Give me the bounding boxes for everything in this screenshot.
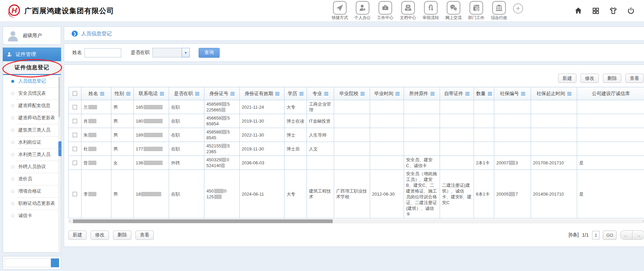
sidebar-scrollbar[interactable] [58,76,60,252]
sidebar-quick-button[interactable] [51,258,59,267]
top-nav-item-5[interactable]: 审批流转 [421,1,441,21]
top-nav-item-1[interactable]: 快捷方式 [330,1,350,21]
scroll-left-icon[interactable]: ‹ [69,219,70,223]
edit-button-bottom[interactable]: 修改 [91,231,109,240]
column-header-3[interactable]: 联系电话 [134,87,169,100]
row-checkbox[interactable] [73,192,77,196]
scrollbar-thumb[interactable] [73,219,333,223]
row-checkbox[interactable] [73,133,77,137]
prev-page-button[interactable]: ← [620,230,632,240]
column-header-7[interactable]: 学历 [284,87,307,100]
column-header-10[interactable]: 毕业时间 [370,87,404,100]
row-checkbox[interactable] [73,147,77,151]
sidebar-collapse-handle[interactable]: ‹ [58,141,61,156]
column-header-5[interactable]: 身份证号 [204,87,240,100]
column-header-14[interactable]: 社保编号 [494,87,531,100]
employment-select[interactable] [152,48,182,57]
new-button[interactable]: 新建 [558,74,576,83]
power-icon[interactable] [627,6,635,15]
paper-plane-icon [333,1,347,15]
top-nav-item-6[interactable]: 网上交流 [444,1,463,21]
column-label: 社保起止时间 [537,91,565,97]
column-menu-icon[interactable] [395,92,400,95]
sidebar-item-6[interactable]: 水利岗位证 [3,136,61,148]
column-header-2[interactable]: 性别 [111,87,134,100]
employment-select-arrow-icon[interactable]: ▼ [182,48,190,57]
sidebar-quick-input[interactable] [5,258,51,267]
column-menu-icon[interactable] [324,92,328,95]
next-page-button[interactable]: → [632,230,644,240]
column-menu-icon[interactable] [231,92,235,95]
sidebar-item-4[interactable]: 建造师动态更新表 [3,112,61,124]
delete-button-bottom[interactable]: 删除 [113,231,131,240]
column-menu-icon[interactable] [299,92,303,95]
new-button-bottom[interactable]: 新建 [68,231,87,240]
column-header-15[interactable]: 社保起止时间 [531,87,577,100]
sidebar-item-11[interactable]: 职称证动态更新表 [3,197,61,210]
column-menu-icon[interactable] [275,92,279,95]
row-checkbox[interactable] [73,161,77,165]
column-header-13[interactable]: 数量 [474,87,494,100]
top-nav-item-2[interactable]: 个人办公 [353,1,372,21]
sidebar-item-7[interactable]: 水利类三类人员 [3,148,61,161]
sidebar-item-1[interactable]: 人员信息登记 [3,75,61,87]
column-header-12[interactable]: 自带证件 [440,87,474,100]
sidebar-group-certificate-management[interactable]: 证件管理 [3,48,61,61]
top-nav-item-8[interactable]: 综合行政 [489,1,509,21]
column-menu-icon[interactable] [126,92,130,95]
column-header-16[interactable]: 公司建设厅诚信库 [577,87,644,100]
column-menu-icon[interactable] [195,92,199,95]
table-panel: 新建 修改 删除 查看 姓名性别联系电话是否在职身份证号身份证有效期学历专业毕业… [64,65,644,247]
table-cell [440,100,474,114]
logo-area: H 广西展鸿建设集团有限公司 [6,3,114,19]
go-button[interactable]: GO [603,231,617,240]
delete-button[interactable]: 删除 [603,74,621,83]
column-menu-icon[interactable] [465,92,470,95]
sidebar-section-header[interactable]: 证件信息登记 [3,61,61,75]
column-header-4[interactable]: 是否在职 [169,87,204,100]
sidebar-item-12[interactable]: 诚信卡 [3,210,61,222]
select-all-checkbox[interactable] [73,91,77,96]
apps-grid-icon[interactable] [592,7,600,15]
column-label: 姓名 [89,91,98,97]
table-cell: 4585895225665 [204,100,240,114]
row-checkbox[interactable] [73,119,77,123]
column-header-6[interactable]: 身份证有效期 [240,87,284,100]
sidebar-item-3[interactable]: 建造师配套信息 [3,100,61,112]
column-menu-icon[interactable] [521,92,525,95]
home-icon[interactable] [574,6,583,15]
table-cell: 2019-11-30 [240,114,284,128]
sidebar-item-10[interactable]: 增项合格证 [3,185,61,197]
column-menu-icon[interactable] [100,92,104,95]
sidebar-item-8[interactable]: 外聘人员协议 [3,161,61,173]
bank-building-icon [492,1,506,15]
column-header-1[interactable]: 姓名 [81,87,111,100]
horizontal-scrollbar[interactable]: ‹ › [68,219,644,223]
sidebar-item-2[interactable]: 安全员情况表 [3,87,61,100]
view-button[interactable]: 查看 [625,74,644,83]
table-cell: 189 [134,128,169,142]
sidebar-item-9[interactable]: 造价员 [3,173,61,185]
column-menu-icon[interactable] [488,92,492,95]
column-menu-icon[interactable] [160,92,164,95]
edit-button[interactable]: 修改 [581,74,599,83]
top-nav-item-7[interactable]: 部门工作 [466,1,486,21]
top-nav-item-3[interactable]: 工作中心 [375,1,395,21]
column-header-9[interactable]: 毕业院校 [334,87,370,100]
query-button[interactable]: 查询 [199,48,220,58]
view-button-bottom[interactable]: 查看 [135,231,154,240]
theme-shirt-icon[interactable] [609,6,618,15]
top-nav-item-4[interactable]: 文档中心 [398,1,418,21]
page-number-input[interactable] [592,231,600,239]
table-cell [370,156,404,170]
column-menu-icon[interactable] [361,92,365,95]
row-checkbox[interactable] [73,105,77,109]
add-module-button[interactable]: + [513,3,523,14]
name-input[interactable] [85,48,121,57]
column-menu-icon[interactable] [430,92,435,95]
sidebar-item-5[interactable]: 建筑类三类人员 [3,124,61,136]
column-header-8[interactable]: 专业 [307,87,334,100]
page-title: 人员信息登记 [81,31,112,37]
column-menu-icon[interactable] [567,92,571,95]
column-header-11[interactable]: 所持原件 [404,87,440,100]
